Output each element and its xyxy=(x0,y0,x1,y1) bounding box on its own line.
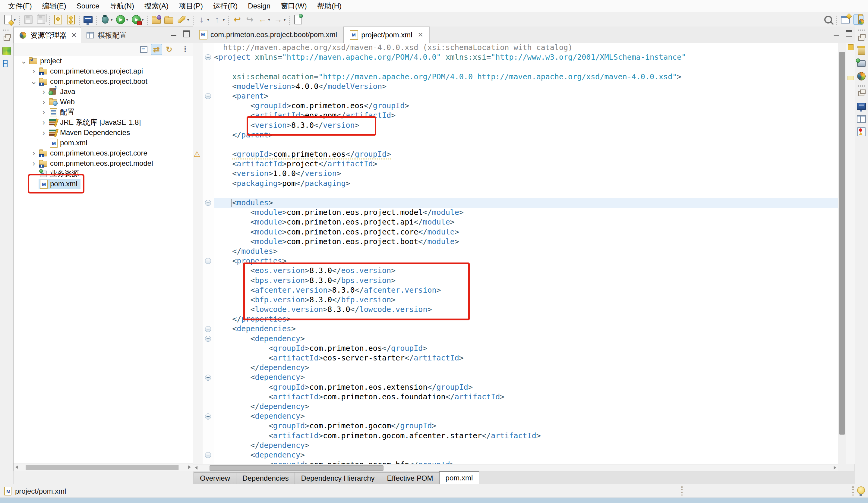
tree-item-Web[interactable]: ›Web xyxy=(13,97,193,107)
code-line[interactable] xyxy=(214,140,838,149)
forward-button[interactable]: →▾ xyxy=(272,14,287,25)
code-line[interactable]: xsi:schemaLocation="http://maven.apache.… xyxy=(214,72,838,82)
code-line[interactable]: <module>com.primeton.eos.project.core</m… xyxy=(214,227,838,237)
code-line[interactable]: <groupId>com.primeton.eos</groupId> xyxy=(214,344,838,353)
open-perspective-button[interactable] xyxy=(839,14,851,25)
restore-left-panel-button[interactable] xyxy=(1,33,12,44)
code-line[interactable]: <groupId>com.primeton.gocom.bfp</groupId… xyxy=(214,460,838,464)
code-line[interactable]: <version>1.0.0</version> xyxy=(214,169,838,178)
code-line[interactable]: <artifactId>com.primeton.eos.foundation<… xyxy=(214,392,838,402)
dropdown-arrow-icon[interactable]: ▾ xyxy=(187,17,189,22)
warning-summary-marker[interactable] xyxy=(848,44,854,50)
collapse-all-button[interactable] xyxy=(138,44,149,55)
maximize-panel-button[interactable] xyxy=(183,30,190,37)
tree-item-com.primeton.eos.project.boot[interactable]: ⌄com.primeton.eos.project.boot xyxy=(13,76,193,86)
pom-page-tab-dependency-hierarchy[interactable]: Dependency Hierarchy xyxy=(294,472,381,484)
code-line[interactable]: </dependency> xyxy=(214,441,838,450)
fold-collapse-icon[interactable] xyxy=(205,375,211,381)
scrollbar-thumb[interactable] xyxy=(839,52,845,434)
outline-map-view-button[interactable] xyxy=(856,126,867,137)
xml-source-editor[interactable]: ⚠ http://maven.apache.org/xsd/maven-4.0.… xyxy=(193,43,855,464)
open-folder-button[interactable] xyxy=(163,14,175,25)
fold-collapse-icon[interactable] xyxy=(205,452,211,458)
menu-item-2[interactable]: Source xyxy=(71,0,105,12)
debug-button[interactable]: ▾ xyxy=(99,14,114,25)
dropdown-arrow-icon[interactable]: ▾ xyxy=(268,17,270,22)
code-line[interactable] xyxy=(214,188,838,198)
restore-right-top-button[interactable] xyxy=(856,33,867,44)
fold-collapse-icon[interactable] xyxy=(205,326,211,332)
code-line[interactable]: <module>com.primeton.eos.project.boot</m… xyxy=(214,237,838,247)
code-line[interactable]: <eos.version>8.3.0</eos.version> xyxy=(214,266,838,275)
pin-editor-button[interactable] xyxy=(292,14,304,25)
code-line[interactable]: <module>com.primeton.eos.project.model</… xyxy=(214,208,838,217)
dropdown-arrow-icon[interactable]: ▾ xyxy=(283,17,286,22)
code-line[interactable]: <project xmlns="http://maven.apache.org/… xyxy=(214,52,838,62)
expander-icon[interactable]: › xyxy=(39,118,49,127)
expander-icon[interactable]: › xyxy=(39,87,49,96)
fold-collapse-icon[interactable] xyxy=(205,413,211,420)
eos-view-button[interactable] xyxy=(1,45,12,57)
console-view-button[interactable] xyxy=(856,101,867,112)
expander-icon[interactable]: › xyxy=(29,159,39,168)
code-line[interactable]: <packaging>pom</packaging> xyxy=(214,179,838,188)
close-tab-icon[interactable]: ✕ xyxy=(71,31,76,39)
code-line[interactable]: <dependency> xyxy=(214,334,838,344)
run-config-button[interactable]: ▶▾ xyxy=(130,14,145,25)
expander-icon[interactable]: ⌄ xyxy=(29,77,39,86)
prev-annotation-button[interactable]: ↑▾ xyxy=(211,14,226,25)
code-line[interactable]: <modules> xyxy=(214,198,838,208)
code-line[interactable]: <groupId>com.primeton.gocom</groupId> xyxy=(214,421,838,431)
mark-occurrences-button[interactable]: ▾ xyxy=(175,14,190,25)
back-button[interactable]: ←▾ xyxy=(257,14,272,25)
scroll-left-arrow[interactable] xyxy=(195,466,197,470)
code-line[interactable]: </parent> xyxy=(214,130,838,140)
fold-collapse-icon[interactable] xyxy=(205,200,211,206)
pom-page-tab-pom.xml[interactable]: pom.xml xyxy=(439,471,479,484)
code-line[interactable]: </dependency> xyxy=(214,402,838,411)
dropdown-arrow-icon[interactable]: ▾ xyxy=(111,17,113,22)
code-line[interactable]: <groupId>com.primeton.eos</groupId> xyxy=(214,101,838,111)
menu-item-4[interactable]: 搜索(A) xyxy=(139,0,174,12)
expander-icon[interactable]: › xyxy=(29,149,39,158)
dropdown-arrow-icon[interactable]: ▾ xyxy=(142,17,144,22)
scrollbar-thumb[interactable] xyxy=(25,465,178,470)
pom-page-tab-effective-pom[interactable]: Effective POM xyxy=(381,472,440,484)
expander-icon[interactable]: › xyxy=(39,128,49,137)
tree-item-com.primeton.eos.project.core[interactable]: ›com.primeton.eos.project.core xyxy=(13,148,193,158)
code-line[interactable]: <module>com.primeton.eos.project.api</mo… xyxy=(214,217,838,227)
search-button[interactable] xyxy=(822,14,834,25)
tree-item-配置[interactable]: ›配置 xyxy=(13,107,193,117)
view-tab-1[interactable]: 模板配置 xyxy=(81,28,131,43)
scroll-right-arrow[interactable] xyxy=(188,465,191,469)
tree-item-业务资源[interactable]: 业务资源 xyxy=(13,168,193,179)
code-line[interactable]: http://maven.apache.org/xsd/maven-4.0.0.… xyxy=(214,43,838,52)
tree-item-com.primeton.eos.project.model[interactable]: ›com.primeton.eos.project.model xyxy=(13,158,193,168)
code-lines[interactable]: http://maven.apache.org/xsd/maven-4.0.0.… xyxy=(214,43,838,464)
code-line[interactable]: <artifactId>project</artifactId> xyxy=(214,159,838,169)
editor-tab-0[interactable]: com.primeton.eos.project.boot/pom.xml xyxy=(193,27,343,43)
expander-icon[interactable]: › xyxy=(39,108,49,117)
properties-view-button[interactable] xyxy=(856,113,867,125)
scroll-right-arrow[interactable] xyxy=(834,466,836,470)
open-resource-button[interactable] xyxy=(150,14,162,25)
tree-item-com.primeton.eos.project.api[interactable]: ›com.primeton.eos.project.api xyxy=(13,66,193,76)
scrollbar-thumb[interactable] xyxy=(209,465,383,471)
code-line[interactable]: <artifactId>eos-server-starter</artifact… xyxy=(214,353,838,363)
eos-perspective-button[interactable] xyxy=(852,13,865,25)
code-line[interactable]: <parent> xyxy=(214,91,838,101)
minimize-editor-button[interactable] xyxy=(833,30,840,37)
code-line[interactable]: </modules> xyxy=(214,247,838,256)
eos-portal-view-button[interactable] xyxy=(856,71,867,82)
menu-item-3[interactable]: 导航(N) xyxy=(105,0,139,12)
expander-icon[interactable]: › xyxy=(39,97,49,107)
menu-item-1[interactable]: 编辑(E) xyxy=(37,0,71,12)
fold-collapse-icon[interactable] xyxy=(205,336,211,342)
dropdown-arrow-icon[interactable]: ▾ xyxy=(13,17,16,22)
fold-collapse-icon[interactable] xyxy=(205,258,211,264)
minimize-panel-button[interactable] xyxy=(170,30,178,37)
editor-horizontal-scrollbar[interactable] xyxy=(193,464,838,471)
code-line[interactable]: <properties> xyxy=(214,256,838,266)
code-line[interactable]: </properties> xyxy=(214,314,838,324)
menu-item-9[interactable]: 帮助(H) xyxy=(312,0,347,12)
